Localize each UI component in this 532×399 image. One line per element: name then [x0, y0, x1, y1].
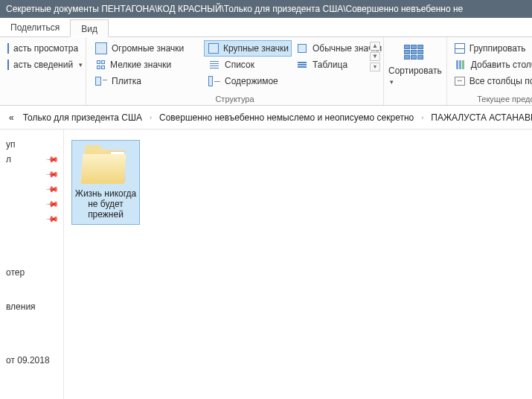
navigation-pane: уп л 📌 📌 📌 📌 📌 отер вления	[0, 130, 64, 399]
medium-icons-icon	[296, 42, 308, 54]
add-columns-button[interactable]: Добавить столбцы ▾	[452, 57, 532, 73]
content-icon	[208, 75, 220, 87]
expand-gallery-icon[interactable]: ▾	[370, 63, 380, 71]
sort-button[interactable]: Сортировать ▾	[388, 40, 442, 86]
nav-item[interactable]: 📌	[3, 197, 60, 211]
pin-icon: 📌	[45, 211, 59, 226]
details-pane-label: асть сведений	[13, 60, 73, 70]
chevron-right-icon[interactable]: ›	[148, 114, 153, 121]
details-pane-icon	[7, 60, 9, 70]
details-pane-button[interactable]: асть сведений ▾	[4, 57, 81, 73]
large-icons-icon	[208, 42, 219, 54]
pin-icon: 📌	[45, 152, 59, 166]
preview-pane-button[interactable]: асть просмотра	[4, 40, 81, 57]
nav-item[interactable]: от 09.2018	[3, 353, 60, 368]
view-content[interactable]: Содержимое	[204, 73, 292, 89]
group-by-button[interactable]: Группировать ▾	[452, 40, 532, 57]
chevron-down-icon: ▾	[79, 61, 83, 68]
nav-item[interactable]: л 📌	[3, 152, 60, 167]
view-tiles[interactable]: Плитка	[91, 73, 204, 89]
chevron-right-icon[interactable]: ›	[420, 114, 425, 121]
address-bar[interactable]: « Только для призедента США › Совершенно…	[0, 106, 532, 130]
tiles-icon	[95, 75, 107, 87]
ribbon-tabstrip: Поделиться Вид	[0, 18, 532, 37]
pin-icon: 📌	[45, 167, 59, 181]
breadcrumb-item[interactable]: Совершенно невъебенно немыслемо и неопис…	[156, 109, 417, 126]
layout-group-label: Структура	[86, 95, 383, 103]
window-titlebar: Секретные документы ПЕНТАГОНА\КОД КРАСНЫ…	[0, 0, 532, 18]
ribbon-group-layout: Огромные значки Крупные значки Обычные з…	[86, 37, 384, 105]
scroll-down-icon[interactable]: ▼	[370, 52, 380, 61]
tab-share[interactable]: Поделиться	[0, 19, 70, 36]
small-icons-icon	[95, 60, 106, 70]
layout-scroller[interactable]: ▲ ▼ ▾	[370, 42, 380, 71]
ribbon-group-sort: Сортировать ▾	[384, 37, 447, 105]
nav-item[interactable]: уп	[3, 137, 60, 152]
chevron-down-icon: ▾	[390, 78, 394, 86]
nav-item[interactable]: 📌	[3, 167, 60, 182]
list-icon	[208, 59, 220, 71]
details-icon	[296, 59, 308, 71]
view-huge-icons[interactable]: Огромные значки	[91, 40, 204, 57]
folder-label: Жизнь никогда не будет прежней	[74, 188, 138, 220]
huge-icons-icon	[95, 42, 107, 54]
fit-columns-icon	[455, 77, 465, 86]
content-pane[interactable]: Жизнь никогда не будет прежней	[64, 130, 532, 399]
pin-icon: 📌	[45, 182, 59, 196]
breadcrumb-item[interactable]: ПАЖАЛУСТА АСТАНАВИТ	[428, 109, 532, 126]
current-view-group-label: Текущее представлени	[447, 95, 532, 103]
nav-item[interactable]: отер	[3, 265, 60, 280]
nav-item[interactable]: 📌	[3, 182, 60, 197]
breadcrumb-item[interactable]: Только для призедента США	[20, 109, 145, 126]
folder-icon	[82, 145, 129, 185]
view-large-icons[interactable]: Крупные значки	[204, 40, 292, 57]
nav-item[interactable]: 📌	[3, 211, 60, 226]
ribbon-group-current-view: Группировать ▾ Добавить столбцы ▾ Все ст…	[447, 37, 532, 105]
breadcrumb-overflow[interactable]: «	[6, 109, 17, 126]
tab-view[interactable]: Вид	[70, 19, 109, 37]
window-title: Секретные документы ПЕНТАГОНА\КОД КРАСНЫ…	[6, 4, 463, 14]
pin-icon: 📌	[45, 197, 59, 211]
ribbon: асть просмотра асть сведений ▾ Огромные …	[0, 37, 532, 106]
view-small-icons[interactable]: Мелкие значки	[91, 57, 204, 73]
size-columns-button[interactable]: Все столбцы по разме	[452, 73, 532, 89]
preview-pane-label: асть просмотра	[13, 43, 78, 54]
ribbon-group-panes: асть просмотра асть сведений ▾	[0, 37, 86, 105]
sort-icon	[404, 45, 426, 64]
scroll-up-icon[interactable]: ▲	[370, 42, 380, 51]
add-columns-icon	[455, 59, 467, 71]
nav-item[interactable]: вления	[3, 299, 60, 314]
preview-pane-icon	[7, 43, 9, 54]
view-list[interactable]: Список	[204, 57, 292, 73]
folder-item[interactable]: Жизнь никогда не будет прежней	[71, 140, 140, 225]
group-icon	[455, 43, 465, 54]
